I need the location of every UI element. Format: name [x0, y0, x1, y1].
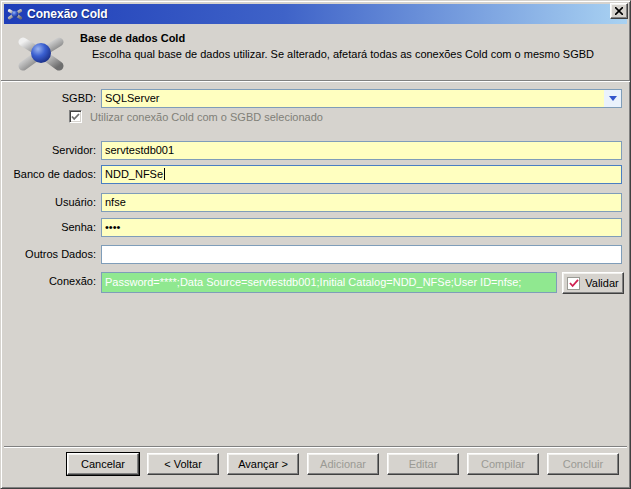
servidor-value: servtestdb001 [105, 144, 174, 156]
database-jack-icon [17, 27, 65, 77]
banco-de-dados-label: Banco de dados: [1, 168, 96, 180]
senha-masked-value: •••• [105, 221, 120, 233]
sgbd-value: SQLServer [105, 92, 159, 104]
text-caret [164, 168, 165, 180]
chevron-down-icon [609, 96, 617, 101]
header-description: Escolha qual base de dados utilizar. Se … [92, 48, 594, 60]
outros-dados-label: Outros Dados: [1, 248, 96, 260]
banco-de-dados-value: NDD_NFSe [105, 168, 163, 180]
wizard-header: Base de dados Cold Escolha qual base de … [4, 24, 627, 80]
outros-dados-input[interactable] [101, 245, 622, 264]
close-icon [615, 7, 623, 15]
close-button[interactable] [610, 3, 628, 19]
usuario-value: nfse [105, 196, 126, 208]
concluir-button: Concluir [547, 453, 619, 475]
conexao-row: Password=****;Data Source=servtestdb001;… [1, 272, 630, 294]
use-cold-checkbox[interactable] [69, 110, 82, 123]
usuario-label: Usuário: [1, 196, 96, 208]
window-jack-icon [7, 6, 23, 22]
sgbd-combobox[interactable]: SQLServer [101, 89, 622, 108]
validar-button-label: Validar [585, 277, 618, 289]
senha-label: Senha: [1, 221, 96, 233]
avancar-button[interactable]: Avançar > [227, 453, 299, 475]
compilar-button: Compilar [467, 453, 539, 475]
sgbd-dropdown-button[interactable] [604, 90, 621, 107]
cancelar-button[interactable]: Cancelar [67, 453, 139, 475]
banco-de-dados-input[interactable]: NDD_NFSe [101, 165, 622, 184]
footer-separator [4, 446, 627, 448]
check-icon [71, 113, 80, 121]
dialog-conexao-cold: Conexão Cold [0, 0, 631, 489]
senha-input[interactable]: •••• [101, 218, 622, 237]
use-cold-checkbox-label: Utilizar conexão Cold com o SGBD selecio… [90, 111, 323, 123]
voltar-button[interactable]: < Voltar [147, 453, 219, 475]
title-bar[interactable]: Conexão Cold [4, 4, 627, 24]
editar-button: Editar [387, 453, 459, 475]
header-title: Base de dados Cold [80, 32, 185, 44]
usuario-input[interactable]: nfse [101, 193, 622, 212]
header-separator [1, 80, 630, 82]
adicionar-button: Adicionar [307, 453, 379, 475]
validar-button[interactable]: Validar [562, 272, 624, 294]
validar-check-icon [567, 277, 580, 290]
conexao-string-value: Password=****;Data Source=servtestdb001;… [105, 276, 521, 288]
servidor-input[interactable]: servtestdb001 [101, 141, 622, 160]
footer-button-bar: Cancelar < Voltar Avançar > Adicionar Ed… [67, 453, 619, 475]
conexao-string-field: Password=****;Data Source=servtestdb001;… [101, 272, 557, 293]
use-cold-checkbox-row: Utilizar conexão Cold com o SGBD selecio… [69, 110, 323, 123]
sgbd-label: SGBD: [1, 92, 96, 104]
servidor-label: Servidor: [1, 144, 96, 156]
window-title: Conexão Cold [27, 7, 108, 21]
